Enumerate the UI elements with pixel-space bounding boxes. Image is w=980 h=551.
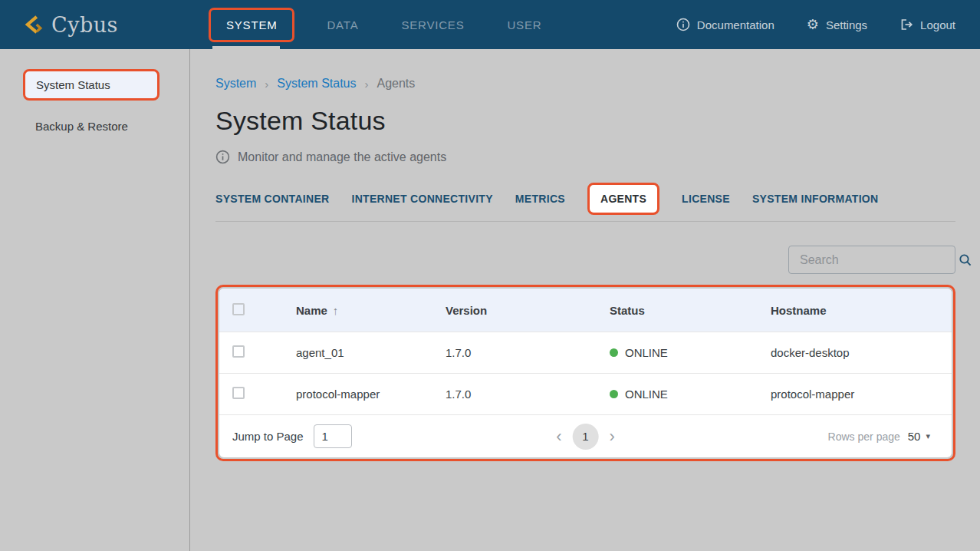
- info-icon: [215, 150, 230, 164]
- rows-per-page-label: Rows per page: [828, 431, 900, 443]
- rows-per-page-value[interactable]: 50: [908, 430, 921, 443]
- nav-item-system[interactable]: SYSTEM: [209, 8, 294, 42]
- row-checkbox[interactable]: [232, 345, 245, 358]
- select-all-cell: [219, 303, 296, 318]
- info-icon: [676, 18, 690, 31]
- sort-ascending-icon: ↑: [333, 304, 339, 317]
- breadcrumb-current: Agents: [377, 77, 416, 91]
- top-navbar: Cybus SYSTEM DATA SERVICES USER Document…: [0, 0, 980, 49]
- rows-per-page-group: Rows per page 50 ▾: [828, 430, 930, 443]
- column-header-hostname[interactable]: Hostname: [771, 304, 952, 317]
- table-header-row: Name ↑ Version Status Hostname: [219, 289, 952, 332]
- gear-icon: ⚙: [807, 18, 819, 31]
- main-content: System › System Status › Agents System S…: [191, 49, 980, 551]
- row-checkbox-cell: [219, 387, 296, 401]
- logout-icon: [899, 18, 913, 31]
- agent-hostname: docker-desktop: [771, 346, 952, 359]
- online-status-icon: [610, 348, 618, 357]
- sidebar-item-backup-restore-label: Backup & Restore: [35, 120, 128, 133]
- current-page-button[interactable]: 1: [573, 424, 599, 450]
- page-subtitle-text: Monitor and manage the active agents: [238, 150, 446, 164]
- agent-name: agent_01: [296, 346, 446, 359]
- pagination: ‹ 1 ›: [556, 424, 615, 450]
- sidebar-item-system-status-label: System Status: [36, 78, 110, 91]
- agents-table: Name ↑ Version Status Hostname agent_01 …: [219, 289, 952, 457]
- tab-system-container[interactable]: SYSTEM CONTAINER: [215, 193, 329, 205]
- settings-label: Settings: [826, 18, 867, 31]
- column-header-status[interactable]: Status: [610, 304, 771, 317]
- documentation-link[interactable]: Documentation: [676, 18, 774, 31]
- primary-nav: SYSTEM DATA SERVICES USER: [209, 0, 552, 49]
- agent-name: protocol-mapper: [296, 388, 446, 401]
- nav-item-data[interactable]: DATA: [316, 18, 369, 31]
- tab-agents[interactable]: AGENTS: [587, 183, 659, 215]
- agent-status-label: ONLINE: [625, 346, 668, 359]
- search-row: [215, 246, 955, 274]
- table-annotation-box: Name ↑ Version Status Hostname agent_01 …: [215, 285, 955, 461]
- logout-label: Logout: [920, 18, 955, 31]
- navbar-actions: Documentation ⚙ Settings Logout: [676, 0, 955, 49]
- row-checkbox-cell: [219, 345, 296, 360]
- agent-status: ONLINE: [610, 388, 771, 401]
- table-row[interactable]: agent_01 1.7.0 ONLINE docker-desktop: [219, 332, 952, 373]
- breadcrumb: System › System Status › Agents: [215, 77, 955, 91]
- table-row[interactable]: protocol-mapper 1.7.0 ONLINE protocol-ma…: [219, 373, 952, 414]
- brand-logo[interactable]: Cybus: [23, 0, 118, 49]
- next-page-icon[interactable]: ›: [610, 428, 615, 445]
- jump-to-page-group: Jump to Page: [232, 424, 352, 448]
- divider: [215, 221, 955, 222]
- jump-to-page-input[interactable]: [314, 424, 352, 448]
- jump-to-page-label: Jump to Page: [232, 430, 304, 443]
- column-header-name[interactable]: Name ↑: [296, 304, 446, 317]
- active-nav-indicator: [212, 46, 280, 49]
- search-input[interactable]: [800, 253, 959, 267]
- select-all-checkbox[interactable]: [232, 303, 245, 315]
- logout-link[interactable]: Logout: [899, 18, 955, 31]
- tab-metrics[interactable]: METRICS: [515, 193, 565, 205]
- table-footer: Jump to Page ‹ 1 › Rows per page 50 ▾: [219, 414, 952, 457]
- caret-down-icon[interactable]: ▾: [926, 431, 930, 441]
- nav-item-user[interactable]: USER: [496, 18, 552, 31]
- agent-version: 1.7.0: [446, 346, 610, 359]
- nav-item-system-label: SYSTEM: [226, 18, 277, 31]
- sidebar-item-system-status[interactable]: System Status: [23, 69, 159, 101]
- column-header-version[interactable]: Version: [446, 304, 610, 317]
- search-box: [788, 246, 955, 274]
- sidebar-item-backup-restore[interactable]: Backup & Restore: [35, 120, 189, 133]
- page-subtitle: Monitor and manage the active agents: [215, 150, 955, 164]
- breadcrumb-separator-icon: ›: [365, 78, 369, 91]
- breadcrumb-separator-icon: ›: [265, 78, 268, 91]
- tab-license[interactable]: LICENSE: [682, 193, 730, 205]
- agent-status-label: ONLINE: [625, 388, 668, 401]
- row-checkbox[interactable]: [232, 387, 245, 399]
- tab-internet-connectivity[interactable]: INTERNET CONNECTIVITY: [351, 193, 492, 205]
- agent-status: ONLINE: [610, 346, 771, 359]
- agent-hostname: protocol-mapper: [771, 388, 952, 401]
- cybus-logo-icon: [23, 13, 44, 36]
- tab-bar: SYSTEM CONTAINER INTERNET CONNECTIVITY M…: [215, 183, 955, 215]
- online-status-icon: [610, 390, 618, 398]
- agent-version: 1.7.0: [446, 388, 610, 401]
- sidebar: System Status Backup & Restore: [0, 49, 190, 551]
- tab-system-information[interactable]: SYSTEM INFORMATION: [752, 193, 879, 205]
- nav-item-user-label: USER: [507, 18, 541, 31]
- column-header-name-label: Name: [296, 304, 327, 317]
- breadcrumb-link-system-status[interactable]: System Status: [277, 77, 356, 91]
- breadcrumb-link-system[interactable]: System: [215, 77, 256, 91]
- search-icon[interactable]: [959, 253, 972, 267]
- page-title: System Status: [215, 104, 955, 137]
- settings-link[interactable]: ⚙ Settings: [807, 18, 867, 31]
- brand-name: Cybus: [51, 13, 118, 37]
- documentation-label: Documentation: [697, 18, 774, 31]
- nav-item-data-label: DATA: [327, 18, 358, 31]
- previous-page-icon[interactable]: ‹: [556, 428, 561, 445]
- nav-item-services[interactable]: SERVICES: [390, 18, 475, 31]
- nav-item-services-label: SERVICES: [401, 18, 464, 31]
